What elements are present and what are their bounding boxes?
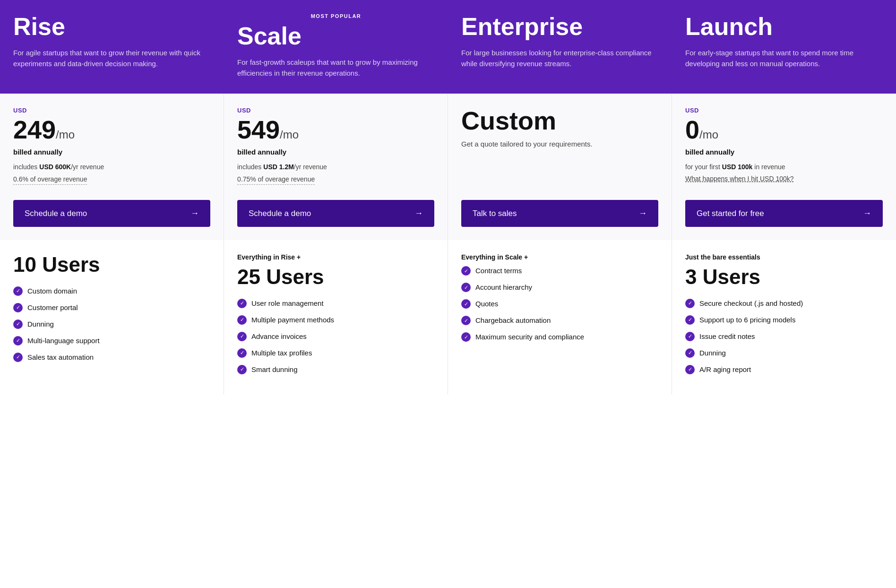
price-amount-scale: 549/mo xyxy=(237,116,434,144)
overage-rise: 0.6% of overage revenue xyxy=(13,174,210,187)
list-item: Account hierarchy xyxy=(461,282,658,292)
cta-button-rise[interactable]: Schedule a demo → xyxy=(13,200,210,227)
check-icon xyxy=(685,348,695,358)
currency-label-rise: USD xyxy=(13,107,210,114)
feature-text: A/R aging report xyxy=(699,364,751,374)
launch-link-launch[interactable]: What happens when I hit USD 100k? xyxy=(685,175,794,182)
plan-desc-launch: For early-stage startups that want to sp… xyxy=(685,48,883,69)
plan-header-scale: Scale For fast-growth scaleups that want… xyxy=(224,0,448,94)
check-icon xyxy=(13,303,23,312)
features-tagline-launch: Just the bare essentials xyxy=(685,253,883,261)
plan-desc-enterprise: For large businesses looking for enterpr… xyxy=(461,48,659,69)
users-count-rise: 10 Users xyxy=(13,253,210,276)
billed-rise: billed annually xyxy=(13,148,210,156)
feature-list-scale: User role managementMultiple payment met… xyxy=(237,298,434,374)
check-icon xyxy=(13,353,23,362)
check-icon xyxy=(685,365,695,374)
price-custom-enterprise: Custom xyxy=(461,107,658,135)
cta-button-enterprise[interactable]: Talk to sales → xyxy=(461,200,658,227)
feature-text: Customer portal xyxy=(27,303,78,312)
check-icon xyxy=(461,299,471,309)
plan-name-rise: Rise xyxy=(13,13,211,40)
cta-label-rise: Schedule a demo xyxy=(25,209,87,218)
plan-name-scale: Scale xyxy=(237,23,435,50)
plan-desc-rise: For agile startups that want to grow the… xyxy=(13,48,211,69)
feature-list-launch: Secure checkout (.js and hosted)Support … xyxy=(685,298,883,374)
feature-text: Smart dunning xyxy=(251,364,298,374)
plan-header-rise: Rise For agile startups that want to gro… xyxy=(0,0,224,94)
plan-pricing-scale: USD549/mobilled annuallyincludes USD 1.2… xyxy=(224,94,448,200)
plan-header-enterprise: Enterprise For large businesses looking … xyxy=(448,0,672,94)
plan-features-rise: 10 UsersCustom domainCustomer portalDunn… xyxy=(0,240,224,394)
list-item: Maximum security and compliance xyxy=(461,332,658,342)
price-amount-launch: 0/mo xyxy=(685,116,883,144)
list-item: Custom domain xyxy=(13,286,210,296)
check-icon xyxy=(461,266,471,276)
list-item: Customer portal xyxy=(13,303,210,312)
list-item: Issue credit notes xyxy=(685,331,883,341)
cta-arrow-launch: → xyxy=(863,208,871,218)
list-item: User role management xyxy=(237,298,434,308)
launch-note-launch: What happens when I hit USD 100k? xyxy=(685,174,883,184)
check-icon xyxy=(461,283,471,292)
cta-arrow-enterprise: → xyxy=(638,208,647,218)
list-item: Multiple tax profiles xyxy=(237,348,434,358)
feature-text: Multiple tax profiles xyxy=(251,348,312,358)
cta-button-scale[interactable]: Schedule a demo → xyxy=(237,200,434,227)
feature-text: Advance invoices xyxy=(251,331,307,341)
users-count-launch: 3 Users xyxy=(685,266,883,288)
list-item: Multiple payment methods xyxy=(237,315,434,325)
plan-features-enterprise: Everything in Scale +Contract termsAccou… xyxy=(448,240,672,394)
feature-text: Support up to 6 pricing models xyxy=(699,315,795,325)
feature-text: Quotes xyxy=(475,299,498,309)
includes-scale: includes USD 1.2M/yr revenue xyxy=(237,162,434,172)
check-icon xyxy=(685,299,695,308)
list-item: Multi-language support xyxy=(13,336,210,346)
cta-label-launch: Get started for free xyxy=(697,209,764,218)
currency-label-launch: USD xyxy=(685,107,883,114)
features-tagline-enterprise: Everything in Scale + xyxy=(461,253,658,261)
list-item: Contract terms xyxy=(461,266,658,276)
billed-launch: billed annually xyxy=(685,148,883,156)
list-item: Secure checkout (.js and hosted) xyxy=(685,298,883,308)
plan-desc-scale: For fast-growth scaleups that want to gr… xyxy=(237,57,435,78)
check-icon xyxy=(685,315,695,325)
list-item: Advance invoices xyxy=(237,331,434,341)
feature-text: Contract terms xyxy=(475,266,522,276)
cta-section-launch: Get started for free → xyxy=(672,200,896,240)
list-item: A/R aging report xyxy=(685,364,883,374)
list-item: Smart dunning xyxy=(237,364,434,374)
features-tagline-scale: Everything in Rise + xyxy=(237,253,434,261)
overage-scale: 0.75% of overage revenue xyxy=(237,174,434,187)
check-icon xyxy=(13,286,23,296)
currency-label-scale: USD xyxy=(237,107,434,114)
check-icon xyxy=(685,332,695,341)
feature-text: Dunning xyxy=(27,319,54,329)
plan-name-launch: Launch xyxy=(685,13,883,40)
cta-button-launch[interactable]: Get started for free → xyxy=(685,200,883,227)
plan-pricing-launch: USD0/mobilled annuallyfor your first USD… xyxy=(672,94,896,200)
check-icon xyxy=(237,332,247,341)
cta-section-scale: Schedule a demo → xyxy=(224,200,448,240)
check-icon xyxy=(237,348,247,358)
list-item: Dunning xyxy=(13,319,210,329)
list-item: Sales tax automation xyxy=(13,352,210,362)
feature-text: User role management xyxy=(251,298,324,308)
feature-list-rise: Custom domainCustomer portalDunningMulti… xyxy=(13,286,210,362)
feature-text: Chargeback automation xyxy=(475,315,551,325)
cta-label-scale: Schedule a demo xyxy=(249,209,311,218)
feature-list-enterprise: Contract termsAccount hierarchyQuotesCha… xyxy=(461,266,658,342)
list-item: Dunning xyxy=(685,348,883,358)
plan-header-launch: Launch For early-stage startups that wan… xyxy=(672,0,896,94)
check-icon xyxy=(13,320,23,329)
includes-launch: for your first USD 100k in revenue xyxy=(685,162,883,172)
custom-desc-enterprise: Get a quote tailored to your requirement… xyxy=(461,139,658,150)
plan-pricing-rise: USD249/mobilled annuallyincludes USD 600… xyxy=(0,94,224,200)
feature-text: Multi-language support xyxy=(27,336,100,346)
feature-text: Account hierarchy xyxy=(475,282,532,292)
feature-text: Dunning xyxy=(699,348,726,358)
feature-text: Secure checkout (.js and hosted) xyxy=(699,298,803,308)
check-icon xyxy=(237,365,247,374)
feature-text: Maximum security and compliance xyxy=(475,332,584,342)
check-icon xyxy=(237,315,247,325)
